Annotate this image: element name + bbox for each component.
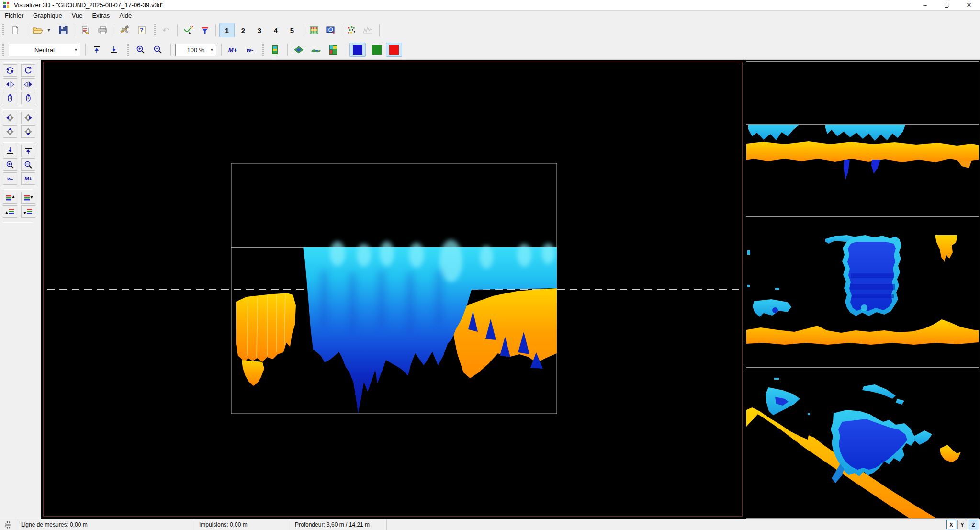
screen-zoom-icon [326,25,336,35]
slice-bottom-down-button[interactable] [21,205,35,218]
move-right-icon [23,113,33,122]
rotate-axis-right-button[interactable] [21,92,35,104]
menu-aide[interactable]: Aide [114,11,136,20]
scatter-points-button[interactable] [344,23,359,37]
view-4-button[interactable]: 4 [268,23,283,37]
signal-plus-button[interactable]: M+ [21,172,35,185]
thermal-view-small-button[interactable] [267,43,282,57]
new-document-button[interactable] [8,23,23,37]
status-icon-cell [0,519,16,530]
axis-x-button[interactable]: X [946,520,956,529]
signal-minus-button[interactable]: w- [3,172,17,185]
separator [3,142,33,143]
separator [287,44,288,56]
move-down-button[interactable] [21,125,35,138]
print-button[interactable] [95,23,110,37]
slice-down-icon [23,194,33,202]
main-3d-view[interactable] [41,60,745,519]
top-view-panel[interactable] [746,61,979,215]
depth-down-button[interactable] [3,145,17,157]
status-bar: Ligne de mesures: 0,00 m Impulsions: 0,0… [0,519,980,530]
open-file-dropdown-button[interactable]: ▼ [45,23,53,37]
undo-button[interactable]: ↶ [158,23,173,37]
move-right-button[interactable] [21,112,35,124]
tools-button[interactable] [117,23,132,37]
depth-to-bottom-icon [109,45,119,55]
slice-bottom-up-button[interactable] [3,205,17,218]
axis-z-button[interactable]: Z [969,520,978,529]
grid-view-button[interactable] [306,23,322,37]
report-preview-button[interactable] [78,23,93,37]
depth-to-bottom-button[interactable] [106,43,122,57]
gain-plus-button[interactable]: M+ [225,43,240,57]
surface-flat-view-button[interactable] [308,43,324,57]
depth-to-top-button[interactable] [89,43,104,57]
restore-button[interactable] [936,0,958,10]
palette-select[interactable]: Neutral ▾ [9,44,80,56]
side-view-panel[interactable] [746,216,979,368]
blue-channel-swatch [353,45,362,55]
zoom-level-select[interactable]: 100 % ▾ [175,44,216,56]
red-channel-button[interactable] [386,43,402,57]
axis-y-button[interactable]: Y [957,520,967,529]
menu-vue[interactable]: Vue [67,11,88,20]
gain-minus-button[interactable]: w- [242,43,258,57]
thermal-view-small-icon [271,45,278,55]
position-correction-button[interactable] [181,23,196,37]
zoom-in-icon [6,160,14,169]
slice-up-button[interactable] [3,192,17,204]
interpolation-funnel-button[interactable] [197,23,213,37]
view-control-sidebar: w- M+ [0,60,41,519]
close-button[interactable]: ✕ [958,0,980,10]
zoom-out-button[interactable] [150,43,166,57]
app-icon [3,1,10,9]
move-left-button[interactable] [3,112,17,124]
interpolation-funnel-icon [200,25,210,35]
zoom-in-icon [136,45,146,55]
help-button[interactable]: ? [134,23,149,37]
separator [75,24,75,36]
green-channel-button[interactable] [369,43,385,57]
view-5-button[interactable]: 5 [284,23,300,37]
perspective-view-render [746,369,979,518]
zoom-in-button[interactable] [133,43,148,57]
view-2-button[interactable]: 2 [236,23,251,37]
depth-up-icon [23,147,33,155]
rotate-right-button[interactable] [21,78,35,90]
print-icon [98,25,108,35]
separator [3,109,33,110]
save-icon [58,25,68,35]
move-down-icon [23,127,33,136]
gps-scan-icon [4,521,12,529]
view-3-button[interactable]: 3 [252,23,267,37]
perspective-view-panel[interactable] [746,369,979,519]
depth-up-button[interactable] [21,145,35,157]
minimize-button[interactable]: – [914,0,936,10]
save-button[interactable] [56,23,71,37]
rotate-left-button[interactable] [3,78,17,90]
move-left-icon [5,113,15,122]
rotate-clockwise-button[interactable] [21,64,35,77]
menu-extras[interactable]: Extras [87,11,114,20]
surface-3d-view-button[interactable] [291,43,306,57]
rotate-flip-vertical-button[interactable] [3,64,17,77]
slice-down-button[interactable] [21,192,35,204]
menu-fichier[interactable]: Fichier [0,11,28,20]
move-up-button[interactable] [3,125,17,138]
zoom-out-sidebar-button[interactable] [21,158,35,171]
title-bar: Visualizer 3D - "GROUND_2025-08-07_17-06… [0,0,980,11]
zoom-out-icon [153,45,163,55]
separator [346,44,346,56]
signal-graph-button[interactable] [360,23,375,37]
view-1-button[interactable]: 1 [219,23,235,37]
rotate-axis-left-icon [6,94,14,102]
blue-channel-button[interactable] [349,43,366,57]
position-correction-icon [183,25,194,35]
thermal-view-large-button[interactable] [326,43,341,57]
screen-zoom-button[interactable] [323,23,338,37]
menu-graphique[interactable]: Graphique [28,11,67,20]
open-file-button[interactable] [30,23,45,37]
zoom-in-sidebar-button[interactable] [3,158,17,171]
rotate-axis-left-button[interactable] [3,92,17,104]
green-channel-swatch [372,45,382,55]
